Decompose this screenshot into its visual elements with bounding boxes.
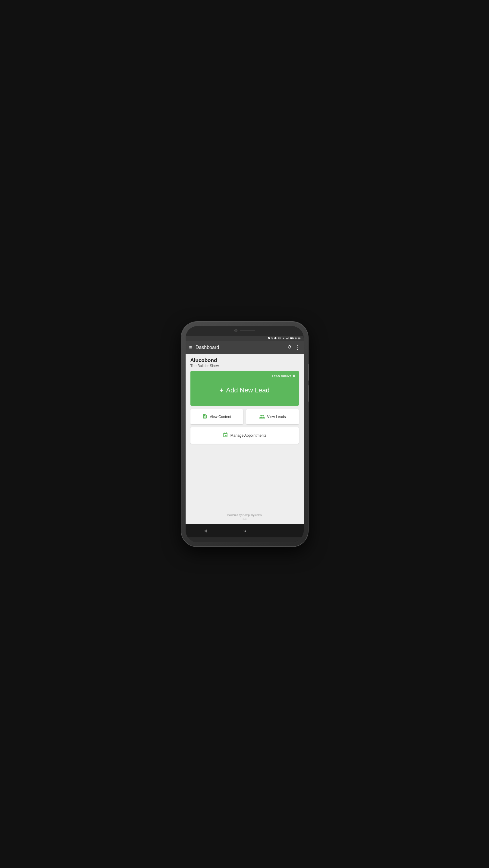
footer: Powered by CompuSystems 6.3 bbox=[186, 447, 304, 524]
signal-icon bbox=[286, 337, 289, 340]
svg-rect-7 bbox=[289, 337, 289, 339]
svg-rect-10 bbox=[290, 338, 293, 339]
app-bar-actions: ⋮ bbox=[287, 344, 300, 351]
view-leads-label: View Leads bbox=[267, 415, 286, 419]
lead-count-value: 0 bbox=[293, 374, 295, 378]
company-event: The Builder Show bbox=[190, 364, 299, 368]
location-icon bbox=[268, 337, 270, 340]
view-leads-button[interactable]: View Leads bbox=[246, 409, 299, 424]
phone-screen: 5:28 ≡ Dashboard ⋮ Alucobond The Builder… bbox=[186, 326, 304, 542]
svg-rect-2 bbox=[276, 338, 277, 339]
home-button[interactable]: ○ bbox=[239, 527, 251, 535]
add-new-lead-button[interactable]: LEAD COUNT 0 + Add New Lead bbox=[190, 371, 299, 406]
clock: 5:28 bbox=[295, 337, 300, 340]
svg-rect-5 bbox=[287, 338, 288, 339]
alarm-icon bbox=[278, 337, 281, 340]
view-content-icon bbox=[202, 413, 207, 420]
status-icons: 5:28 bbox=[268, 337, 300, 340]
footer-text: Powered by CompuSystems 6.3 bbox=[227, 513, 262, 521]
camera-area bbox=[234, 329, 255, 332]
company-name: Alucobond bbox=[190, 358, 299, 364]
refresh-icon[interactable] bbox=[287, 344, 292, 350]
back-button[interactable]: ◁ bbox=[199, 527, 211, 534]
action-buttons-row: View Content View Leads bbox=[190, 409, 299, 424]
plus-icon: + bbox=[219, 386, 224, 395]
svg-rect-1 bbox=[274, 338, 275, 339]
view-content-button[interactable]: View Content bbox=[190, 409, 243, 424]
svg-rect-6 bbox=[288, 337, 288, 339]
screen-content: Alucobond The Builder Show LEAD COUNT 0 … bbox=[186, 354, 304, 524]
company-header: Alucobond The Builder Show bbox=[186, 354, 304, 371]
svg-rect-0 bbox=[275, 337, 276, 339]
add-lead-label: Add New Lead bbox=[226, 386, 269, 394]
top-bezel bbox=[186, 326, 304, 336]
app-bar: ≡ Dashboard ⋮ bbox=[186, 341, 304, 354]
vibrate-icon bbox=[274, 337, 277, 340]
svg-rect-9 bbox=[293, 338, 294, 338]
view-leads-icon bbox=[259, 413, 265, 420]
add-lead-text: + Add New Lead bbox=[219, 386, 269, 395]
earpiece bbox=[240, 330, 255, 331]
add-lead-center: + Add New Lead bbox=[194, 378, 295, 403]
view-content-label: View Content bbox=[210, 415, 231, 419]
lead-count-row: LEAD COUNT 0 bbox=[194, 374, 295, 378]
front-camera bbox=[234, 329, 237, 332]
wifi-icon bbox=[282, 337, 285, 340]
bluetooth-icon bbox=[271, 337, 273, 340]
bottom-nav: ◁ ○ □ bbox=[186, 524, 304, 537]
bottom-bezel bbox=[186, 537, 304, 542]
more-options-icon[interactable]: ⋮ bbox=[295, 344, 300, 351]
calendar-icon bbox=[223, 432, 228, 439]
battery-icon bbox=[290, 337, 294, 340]
lead-count-label: LEAD COUNT bbox=[272, 375, 291, 378]
manage-appointments-button[interactable]: Manage Appointments bbox=[190, 427, 299, 444]
recent-apps-button[interactable]: □ bbox=[278, 527, 290, 534]
app-title: Dashboard bbox=[196, 345, 287, 350]
status-bar: 5:28 bbox=[186, 336, 304, 341]
phone-device: 5:28 ≡ Dashboard ⋮ Alucobond The Builder… bbox=[182, 322, 308, 547]
hamburger-menu-icon[interactable]: ≡ bbox=[189, 345, 192, 350]
footer-line2: 6.3 bbox=[227, 517, 262, 521]
footer-line1: Powered by CompuSystems bbox=[227, 513, 262, 517]
manage-appointments-label: Manage Appointments bbox=[230, 433, 266, 438]
svg-rect-4 bbox=[286, 338, 287, 339]
